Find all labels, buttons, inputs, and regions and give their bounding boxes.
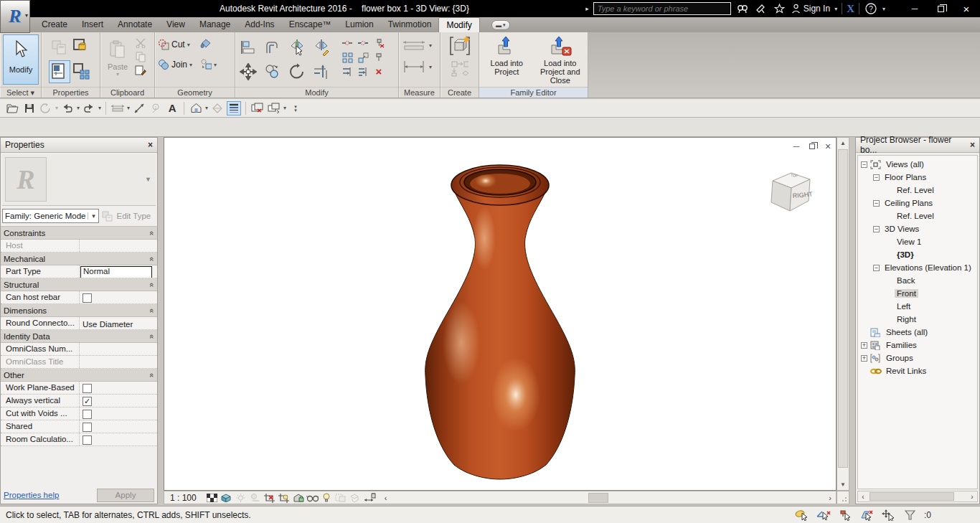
viewcube-right-face[interactable]: RIGHT bbox=[792, 191, 813, 199]
3d-view-dropdown-icon[interactable]: ▾ bbox=[205, 105, 208, 111]
tab-create[interactable]: Create bbox=[34, 17, 75, 32]
properties-help-link[interactable]: Properties help bbox=[4, 491, 59, 499]
tree-item-label[interactable]: Left bbox=[895, 302, 913, 311]
property-checkbox[interactable] bbox=[83, 293, 92, 303]
tree-item-front[interactable]: Front bbox=[858, 287, 977, 300]
search-icon[interactable] bbox=[735, 2, 750, 15]
offset-icon[interactable] bbox=[264, 39, 281, 56]
minimize-button[interactable]: ─ bbox=[910, 4, 920, 14]
tree-item-label[interactable]: Ref. Level bbox=[895, 186, 936, 194]
redo-icon[interactable] bbox=[82, 101, 96, 116]
tree-item-back[interactable]: Back bbox=[858, 274, 977, 287]
property-value[interactable] bbox=[80, 433, 157, 446]
trim-extend-single-icon[interactable] bbox=[341, 66, 353, 77]
property-value[interactable]: Normal bbox=[80, 265, 157, 278]
view-minimize-icon[interactable]: ─ bbox=[791, 141, 801, 151]
select-elements-by-face-icon[interactable] bbox=[859, 509, 875, 521]
paint-icon[interactable] bbox=[199, 39, 211, 50]
crop-view-icon[interactable] bbox=[263, 492, 275, 504]
property-checkbox[interactable] bbox=[83, 384, 92, 393]
property-value[interactable] bbox=[80, 356, 157, 368]
tree-item-label[interactable]: Floor Plans bbox=[882, 173, 928, 182]
property-value[interactable]: Use Diameter bbox=[80, 317, 157, 329]
vertical-scroll-thumb[interactable] bbox=[838, 149, 848, 468]
tree-item-label[interactable]: Revit Links bbox=[884, 367, 928, 375]
measure-button[interactable]: ▾ bbox=[402, 34, 437, 56]
scroll-down-icon[interactable]: ▼ bbox=[837, 479, 849, 490]
property-value-editbox[interactable]: Normal bbox=[80, 266, 152, 278]
select-underlay-elements-icon[interactable] bbox=[816, 509, 832, 521]
property-value[interactable] bbox=[80, 382, 157, 394]
project-browser-scrollbar[interactable]: ‹ › bbox=[857, 491, 978, 502]
section-icon[interactable] bbox=[210, 101, 225, 116]
application-menu-button[interactable]: R ▾ bbox=[0, 0, 30, 33]
resize-grip[interactable] bbox=[837, 491, 849, 504]
dimension-button[interactable]: ▾ bbox=[402, 56, 437, 77]
view-close-icon[interactable]: × bbox=[823, 141, 833, 151]
displaced-elements-icon[interactable] bbox=[349, 492, 362, 504]
sync-with-central-icon[interactable] bbox=[39, 101, 53, 116]
property-group-structural[interactable]: Structural« bbox=[1, 278, 157, 291]
detail-level-icon[interactable] bbox=[206, 492, 218, 504]
tree-item-right[interactable]: Right bbox=[858, 313, 977, 326]
property-group-constraints[interactable]: Constraints« bbox=[1, 227, 157, 240]
property-checkbox[interactable] bbox=[83, 423, 92, 432]
tree-item-views-all[interactable]: −Views (all) bbox=[858, 158, 977, 171]
tree-item-label[interactable]: Views (all) bbox=[884, 160, 926, 169]
restore-button[interactable] bbox=[936, 4, 946, 14]
help-dropdown-icon[interactable]: ▾ bbox=[882, 6, 885, 12]
delete-icon[interactable]: × bbox=[373, 66, 385, 77]
load-into-project-button[interactable]: Load into Project bbox=[482, 34, 532, 85]
split-with-gap-icon[interactable] bbox=[357, 37, 369, 49]
property-group-other[interactable]: Other« bbox=[1, 369, 157, 382]
tree-item-label[interactable]: Families bbox=[884, 341, 919, 349]
cut-to-clipboard-icon[interactable] bbox=[135, 37, 146, 49]
shadows-icon[interactable] bbox=[249, 492, 261, 504]
tab-twinmotion[interactable]: Twinmotion bbox=[381, 17, 439, 32]
drag-elements-on-selection-icon[interactable] bbox=[881, 509, 897, 521]
tree-item-label[interactable]: Groups bbox=[884, 354, 915, 362]
tree-item-label[interactable]: {3D} bbox=[895, 250, 916, 259]
pb-scroll-left-icon[interactable]: ‹ bbox=[858, 491, 868, 501]
tab-manage[interactable]: Manage bbox=[192, 17, 237, 32]
default-3d-view-icon[interactable] bbox=[189, 101, 203, 116]
pb-scroll-right-icon[interactable]: › bbox=[967, 491, 977, 501]
close-button[interactable]: × bbox=[961, 4, 971, 14]
collapse-icon[interactable]: − bbox=[873, 200, 880, 207]
collapse-icon[interactable]: − bbox=[861, 161, 867, 168]
favorites-star-icon[interactable] bbox=[773, 2, 787, 15]
view-scale-button[interactable]: 1 : 100 bbox=[170, 493, 197, 503]
trim-extend-corner-icon[interactable] bbox=[313, 63, 330, 80]
apply-button[interactable]: Apply bbox=[97, 489, 154, 502]
copy-icon[interactable] bbox=[264, 63, 281, 80]
edit-type-button[interactable]: Edit Type bbox=[102, 211, 151, 222]
reveal-hidden-elements-icon[interactable] bbox=[321, 492, 333, 504]
switch-windows-dropdown-icon[interactable]: ▾ bbox=[283, 105, 286, 111]
new-family-icon[interactable] bbox=[72, 36, 93, 59]
tree-item-label[interactable]: Front bbox=[895, 289, 918, 298]
collapse-chevron-icon[interactable]: « bbox=[148, 308, 156, 312]
tab-modify[interactable]: Modify bbox=[438, 17, 479, 32]
expand-icon[interactable]: + bbox=[861, 342, 867, 349]
properties-palette-toggle-icon[interactable] bbox=[49, 60, 70, 83]
thin-lines-icon[interactable] bbox=[227, 101, 241, 116]
property-value[interactable] bbox=[80, 240, 157, 252]
undo-dropdown-icon[interactable]: ▾ bbox=[77, 105, 80, 111]
property-group-mechanical[interactable]: Mechanical« bbox=[1, 253, 157, 265]
tree-item-sheets-all[interactable]: Sheets (all) bbox=[858, 326, 977, 339]
unpin-icon[interactable] bbox=[373, 37, 385, 49]
mirror-draw-axis-icon[interactable] bbox=[313, 39, 330, 56]
scroll-up-icon[interactable]: ▲ bbox=[837, 138, 849, 149]
copy-to-clipboard-icon[interactable] bbox=[135, 51, 146, 62]
tab-lumion[interactable]: Lumion bbox=[338, 17, 380, 32]
tree-item-revit-links[interactable]: Revit Links bbox=[858, 364, 977, 377]
sign-in-dropdown-icon[interactable]: ▾ bbox=[834, 6, 837, 12]
tree-item-label[interactable]: 3D Views bbox=[882, 225, 921, 233]
show-crop-region-icon[interactable] bbox=[278, 492, 290, 504]
collapse-chevron-icon[interactable]: « bbox=[148, 256, 156, 260]
project-browser-header[interactable]: Project Browser - flower bo... × bbox=[856, 138, 979, 153]
tab-insert[interactable]: Insert bbox=[75, 17, 110, 32]
close-hidden-windows-icon[interactable] bbox=[250, 101, 265, 116]
scale-icon[interactable] bbox=[357, 52, 369, 63]
load-into-project-and-close-button[interactable]: Load into Project and Close bbox=[536, 34, 585, 85]
